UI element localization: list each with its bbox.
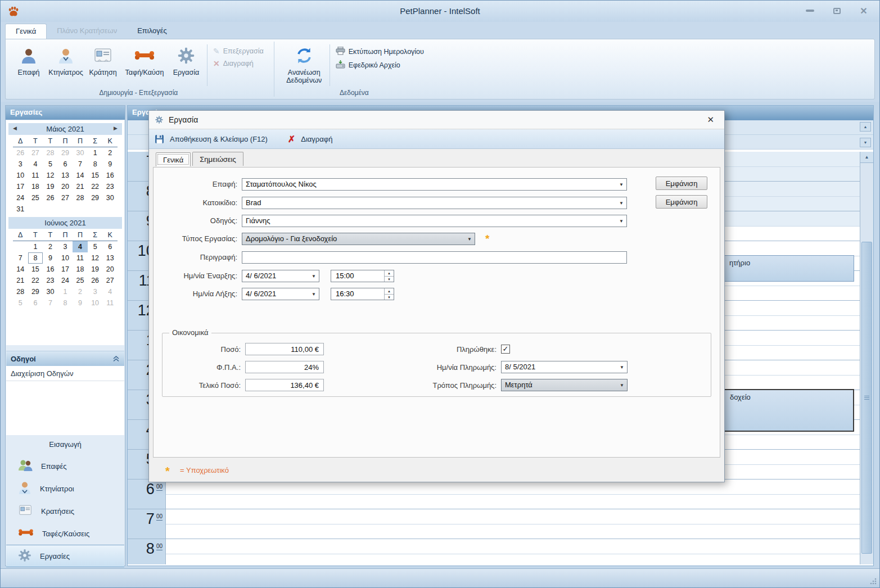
resize-grip-icon[interactable] (869, 577, 877, 585)
dialog-close-icon[interactable]: ✕ (702, 115, 719, 125)
start-time-spinner[interactable]: 15:00 ▲▼ (331, 270, 394, 282)
calendar-day[interactable]: 25 (28, 192, 43, 203)
show-pet-button[interactable]: Εμφάνιση (656, 195, 707, 209)
calendar-day[interactable]: 27 (58, 192, 73, 203)
calendar-day[interactable]: 17 (13, 181, 28, 192)
calendar-day[interactable]: 13 (102, 252, 118, 264)
total-input[interactable]: 136,40 € (245, 379, 324, 391)
calendar-day[interactable]: 9 (102, 159, 118, 170)
calendar-day[interactable]: 29 (28, 286, 43, 297)
prev-month-button[interactable]: ◀ (13, 125, 17, 131)
calendar-day[interactable]: 13 (58, 170, 73, 181)
start-date-picker[interactable]: 4/ 6/2021 ▼ (242, 270, 319, 282)
calendar-day[interactable]: 24 (13, 192, 28, 203)
paid-checkbox[interactable]: ✓ (501, 345, 510, 354)
scrollbar-thumb[interactable] (861, 242, 872, 554)
calendar-day[interactable]: 28 (43, 147, 58, 159)
refresh-data-button[interactable]: Ανανέωση Δεδομένων (281, 42, 327, 84)
calendar-day[interactable]: 5 (43, 159, 58, 170)
spin-down-icon[interactable]: ▼ (385, 295, 394, 300)
calendar-day[interactable]: 3 (88, 286, 103, 297)
close-button[interactable]: ✕ (858, 6, 869, 15)
calendar-day[interactable]: 19 (43, 181, 58, 192)
calendar-day[interactable]: 11 (102, 297, 118, 309)
calendar-day[interactable]: 9 (73, 297, 88, 309)
backup-file-button[interactable]: Εφεδρικό Αρχείο (336, 60, 424, 70)
save-close-button[interactable]: Αποθήκευση & Κλείσιμο (F12) (170, 135, 268, 143)
calendar-day[interactable]: 6 (58, 159, 73, 170)
calendar-day[interactable]: 10 (58, 252, 73, 264)
calendar-day[interactable]: 28 (73, 192, 88, 203)
calendar-day[interactable]: 18 (73, 264, 88, 275)
pet-combobox[interactable]: Brad ▼ (242, 197, 627, 209)
calendar-day[interactable]: 30 (43, 286, 58, 297)
calendar-day[interactable]: 4 (73, 241, 88, 252)
calendar-day[interactable]: 22 (88, 181, 103, 192)
calendar-day[interactable]: 28 (13, 286, 28, 297)
calendar-day[interactable]: 29 (58, 147, 73, 159)
calendar-day[interactable]: 27 (28, 147, 43, 159)
calendar-day[interactable]: 30 (102, 192, 118, 203)
calendar-day[interactable]: 20 (58, 181, 73, 192)
calendar-day[interactable]: 29 (88, 192, 103, 203)
calendar-day[interactable]: 3 (58, 241, 73, 252)
calendar-day[interactable]: 10 (88, 297, 103, 309)
driver-combobox[interactable]: Γιάννης ▼ (242, 215, 627, 227)
end-date-picker[interactable]: 4/ 6/2021 ▼ (242, 288, 319, 300)
calendar-day[interactable]: 2 (102, 147, 118, 159)
calendar-day[interactable]: 7 (73, 159, 88, 170)
calendar-day[interactable]: 11 (28, 170, 43, 181)
spin-down-icon[interactable]: ▼ (385, 277, 394, 282)
calendar-day[interactable]: 4 (102, 286, 118, 297)
calendar-day[interactable]: 18 (28, 181, 43, 192)
dialog-tab-notes[interactable]: Σημειώσεις (192, 152, 243, 166)
calendar-day[interactable]: 17 (58, 264, 73, 275)
calendar-day[interactable]: 16 (102, 170, 118, 181)
tab-epiloges[interactable]: Επιλογές (127, 24, 177, 39)
tab-plano-kratiseon[interactable]: Πλάνο Κρατήσεων (47, 24, 127, 39)
calendar-day[interactable]: 23 (43, 275, 58, 286)
calendar-day[interactable]: 12 (43, 170, 58, 181)
print-calendar-button[interactable]: Εκτύπωση Ημερολογίου (336, 47, 424, 57)
calendar-day[interactable]: 1 (28, 241, 43, 252)
dialog-tab-general[interactable]: Γενικά (156, 152, 191, 166)
sidebar-item-tasks[interactable]: Εργασίες (6, 545, 124, 567)
calendar-day[interactable]: 27 (102, 275, 118, 286)
calendar-day[interactable]: 6 (28, 297, 43, 309)
calendar-day[interactable]: 10 (13, 170, 28, 181)
spin-up-icon[interactable]: ▲ (385, 288, 394, 295)
calendar-day[interactable]: 6 (102, 241, 118, 252)
calendar-day[interactable]: 3 (13, 159, 28, 170)
calendar-day[interactable]: 20 (102, 264, 118, 275)
schedule-scrollbar[interactable]: ▲ (860, 152, 873, 564)
delete-button[interactable]: ✕ Διαγραφή (213, 59, 264, 68)
job-type-combobox[interactable]: Δρομολόγιο - Για ξενοδοχείο ▼ (242, 233, 475, 245)
contact-button[interactable]: Επαφή (10, 42, 47, 76)
next-month-button[interactable]: ▶ (114, 125, 118, 131)
booking-button[interactable]: Κράτηση (84, 42, 121, 76)
calendar-day[interactable]: 16 (43, 264, 58, 275)
allday-scroll-down-icon[interactable]: ▼ (860, 138, 871, 147)
contact-combobox[interactable]: Σταματόπουλος Νίκος ▼ (242, 178, 627, 191)
calendar-day[interactable]: 12 (88, 252, 103, 264)
payment-date-picker[interactable]: 8/ 5/2021 ▼ (501, 361, 628, 373)
calendar-day[interactable]: 26 (43, 192, 58, 203)
calendar-day[interactable]: 22 (28, 275, 43, 286)
allday-scroll-up-icon[interactable]: ▲ (860, 122, 871, 132)
payment-method-combobox[interactable]: Μετρητά ▼ (501, 379, 628, 391)
calendar-day[interactable]: 7 (13, 252, 28, 264)
sidebar-item-contacts[interactable]: Επαφές (6, 455, 124, 477)
calendar-day[interactable]: 1 (58, 286, 73, 297)
manage-drivers-item[interactable]: Διαχείριση Οδηγών (6, 366, 124, 381)
sidebar-item-bookings[interactable]: Κρατήσεις (6, 500, 124, 522)
maximize-button[interactable] (831, 6, 842, 15)
calendar-day[interactable]: 25 (73, 275, 88, 286)
schedule-cell[interactable] (166, 509, 860, 539)
vat-input[interactable]: 24% (245, 361, 324, 373)
show-contact-button[interactable]: Εμφάνιση (656, 177, 707, 190)
calendar-day[interactable]: 14 (73, 170, 88, 181)
calendar-day[interactable]: 2 (73, 286, 88, 297)
calendar-day[interactable]: 8 (58, 297, 73, 309)
calendar-day[interactable]: 5 (13, 297, 28, 309)
tab-genika[interactable]: Γενικά (5, 24, 47, 39)
